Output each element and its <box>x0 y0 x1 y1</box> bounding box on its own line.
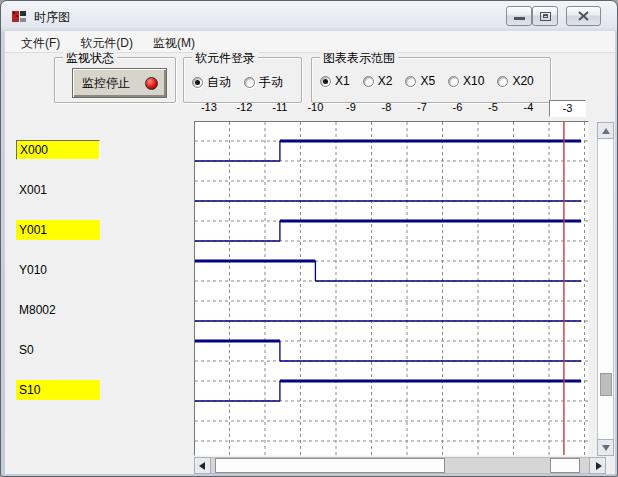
axis-tick-label: -4 <box>514 101 542 113</box>
menu-item-3[interactable]: 监视(M) <box>143 31 205 52</box>
axis-tick-label: -5 <box>479 101 507 113</box>
menu-item-2[interactable]: 软元件(D) <box>70 31 143 52</box>
radio-icon <box>405 76 416 87</box>
monitor-status-title: 监视状态 <box>63 50 117 67</box>
radio-label: X5 <box>420 74 435 88</box>
axis-tick-label: -7 <box>408 101 436 113</box>
vertical-scrollbar-thumb[interactable] <box>600 373 612 396</box>
signal-label-Y010[interactable]: Y010 <box>16 260 100 280</box>
scroll-right-button[interactable] <box>589 457 606 474</box>
window-title: 时序图 <box>34 9 70 26</box>
radio-label: 自动 <box>207 74 231 91</box>
axis-tick-label: -10 <box>301 101 329 113</box>
radio-icon <box>363 76 374 87</box>
chart-range-options: X1X2X5X10X20 <box>320 74 547 88</box>
radio-label: X10 <box>463 74 484 88</box>
range-option-X1[interactable]: X1 <box>320 74 350 88</box>
vertical-scrollbar[interactable] <box>597 122 614 456</box>
minimize-icon <box>514 17 525 20</box>
chart-range-title: 图表表示范围 <box>320 50 398 67</box>
radio-label: X2 <box>378 74 393 88</box>
monitor-status-groupbox: 监视状态 监控停止 <box>54 57 176 103</box>
radio-label: X20 <box>512 74 533 88</box>
arrow-up-icon <box>602 128 610 134</box>
close-button[interactable] <box>566 6 601 26</box>
axis-tick-label: -6 <box>443 101 471 113</box>
scroll-down-button[interactable] <box>597 439 614 456</box>
range-option-X10[interactable]: X10 <box>448 74 484 88</box>
chart-range-groupbox: 图表表示范围 X1X2X5X10X20 <box>311 57 551 103</box>
signal-label-M8002[interactable]: M8002 <box>16 300 100 320</box>
range-option-X5[interactable]: X5 <box>405 74 435 88</box>
monitor-stop-button[interactable]: 监控停止 <box>72 68 167 98</box>
monitor-led-icon <box>145 77 158 90</box>
axis-tick-label: -8 <box>372 101 400 113</box>
radio-label: 手动 <box>259 74 283 91</box>
signal-label-X001[interactable]: X001 <box>16 180 100 200</box>
range-option-X20[interactable]: X20 <box>497 74 533 88</box>
scroll-up-button[interactable] <box>597 122 614 139</box>
arrow-left-icon <box>199 462 205 470</box>
scroll-left-button[interactable] <box>194 457 211 474</box>
radio-icon <box>320 76 331 87</box>
signal-label-Y001[interactable]: Y001 <box>16 220 100 240</box>
device-entry-options: 自动手动 <box>192 74 296 91</box>
restore-button[interactable] <box>532 6 558 26</box>
minimize-button[interactable] <box>506 6 532 26</box>
axis-tick-label: -12 <box>230 101 258 113</box>
arrow-down-icon <box>602 445 610 451</box>
radio-icon <box>192 77 203 88</box>
horizontal-scrollbar[interactable] <box>194 457 606 474</box>
signal-label-S0[interactable]: S0 <box>16 340 100 360</box>
axis-tick-label: -9 <box>337 101 365 113</box>
arrow-right-icon <box>596 462 602 470</box>
cursor-position-box: -3 <box>549 100 586 117</box>
range-option-X2[interactable]: X2 <box>363 74 393 88</box>
signal-label-X000[interactable]: X000 <box>16 140 100 160</box>
radio-icon <box>244 77 255 88</box>
close-icon <box>567 7 600 25</box>
monitor-stop-label: 监控停止 <box>82 75 130 92</box>
radio-icon <box>497 76 508 87</box>
axis-tick-label: -11 <box>266 101 294 113</box>
radio-icon <box>448 76 459 87</box>
device-entry-title: 软元件登录 <box>192 50 258 67</box>
axis-tick-label: -13 <box>195 101 223 113</box>
timing-chart-plot <box>194 121 589 456</box>
timing-chart-canvas <box>195 122 588 455</box>
radio-label: X1 <box>335 74 350 88</box>
horizontal-scrollbar-pagebox[interactable] <box>550 458 580 473</box>
title-bar: 时序图 <box>1 1 617 31</box>
app-window: 时序图 文件(F)软元件(D)监视(M) 监视状态 监控停止 软元件登录 自动手… <box>0 0 618 477</box>
device-entry-groupbox: 软元件登录 自动手动 <box>183 57 302 103</box>
device-option-自动[interactable]: 自动 <box>192 74 231 91</box>
signal-label-S10[interactable]: S10 <box>16 380 100 400</box>
app-icon <box>11 9 27 24</box>
restore-icon <box>540 12 551 21</box>
menu-item-1[interactable]: 文件(F) <box>11 31 70 52</box>
horizontal-scrollbar-thumb[interactable] <box>215 458 445 473</box>
device-option-手动[interactable]: 手动 <box>244 74 283 91</box>
